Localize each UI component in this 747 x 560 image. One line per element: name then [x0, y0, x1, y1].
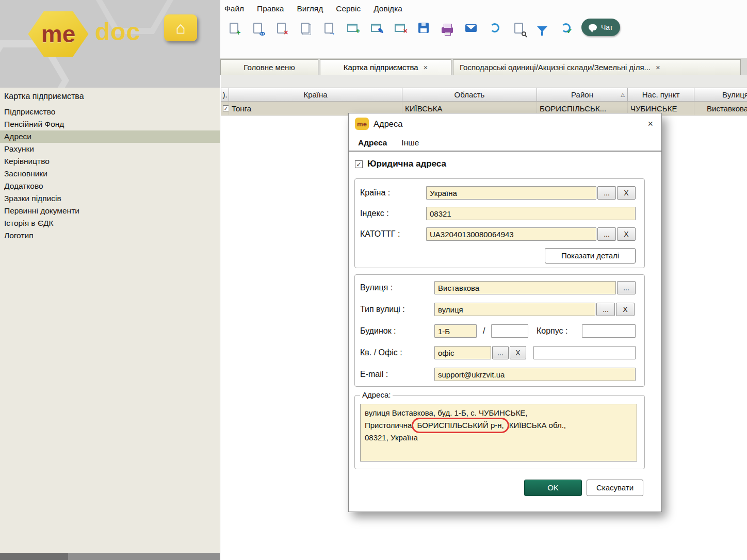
- floppy-glyph: [418, 23, 429, 33]
- filter-icon[interactable]: [533, 19, 551, 37]
- tab-label: Головне меню: [243, 63, 295, 72]
- apartment-number-input[interactable]: [533, 346, 636, 359]
- corpus-input[interactable]: [582, 324, 636, 338]
- legal-address-checkbox-row[interactable]: Юридична адреса: [355, 159, 446, 169]
- sidebar-item-primary-documents[interactable]: Первинні документи: [0, 205, 220, 217]
- sidebar-item-company[interactable]: Підприємство: [0, 106, 220, 118]
- street-label: Вулиця :: [360, 283, 393, 292]
- street-type-label: Тип вулиці :: [360, 305, 405, 314]
- street-browse-button[interactable]: ...: [617, 281, 636, 294]
- sidebar-item-addresses[interactable]: Адреси: [0, 130, 220, 143]
- street-group: Вулиця : ... Тип вулиці : ... X Будинок …: [354, 274, 645, 387]
- address-line2: Пристолична БОРИСПІЛЬСЬКИЙ р-н, КИЇВСЬКА…: [365, 419, 632, 432]
- katottg-input[interactable]: [426, 227, 596, 241]
- menu-edit[interactable]: Правка: [257, 4, 284, 13]
- new-document-icon[interactable]: +: [224, 19, 243, 37]
- katottg-browse-button[interactable]: ...: [597, 227, 616, 241]
- country-group: Країна : ... X Індекс : КАТОТТГ : ... X …: [354, 178, 645, 268]
- show-details-button[interactable]: Показати деталі: [545, 248, 636, 263]
- refresh-glyph: [490, 23, 499, 32]
- add-record-icon[interactable]: +: [343, 19, 362, 37]
- cancel-button[interactable]: Скасувати: [587, 480, 643, 496]
- legal-address-checkbox[interactable]: [355, 160, 363, 168]
- column-number[interactable]: ).: [221, 88, 229, 102]
- edit-record-icon[interactable]: ✎: [367, 19, 385, 37]
- index-label: Індекс :: [360, 209, 389, 218]
- brand-area: me doc: [0, 0, 220, 88]
- sidebar-item-accounts[interactable]: Рахунки: [0, 143, 220, 155]
- row-checkbox[interactable]: [223, 105, 229, 111]
- index-input[interactable]: [426, 207, 636, 220]
- sidebar-item-founders[interactable]: Засновники: [0, 168, 220, 180]
- menu-service[interactable]: Сервіс: [336, 4, 361, 13]
- sidebar-item-signature-samples[interactable]: Зразки підписів: [0, 192, 220, 205]
- sidebar-item-logo[interactable]: Логотип: [0, 229, 220, 242]
- katottg-label: КАТОТТГ :: [360, 229, 400, 239]
- country-clear-button[interactable]: X: [617, 186, 636, 200]
- chat-button[interactable]: Чат: [581, 19, 620, 36]
- home-button[interactable]: [164, 14, 197, 41]
- dialog-tab-address[interactable]: Адреса: [358, 138, 387, 151]
- email-input[interactable]: [434, 368, 636, 381]
- sidebar-bottom-strip-dark: [0, 553, 68, 560]
- sort-indicator-icon[interactable]: △: [621, 92, 625, 97]
- column-settlement[interactable]: Нас. пункт: [628, 88, 694, 102]
- dialog-tabs: Адреса Інше: [349, 134, 661, 152]
- sync-check-icon[interactable]: ✓: [557, 19, 575, 37]
- tab-business-units[interactable]: Господарські одиниці/Акцизні склади/Земе…: [453, 59, 741, 75]
- column-region[interactable]: Область: [402, 88, 537, 102]
- home-icon: [175, 19, 185, 38]
- delete-document-icon[interactable]: ×: [272, 19, 290, 37]
- sidebar-item-edk-history[interactable]: Історія в ЄДК: [0, 217, 220, 229]
- document-glyph: [514, 23, 523, 34]
- menu-view[interactable]: Вигляд: [297, 4, 323, 13]
- apartment-type-input[interactable]: [434, 346, 491, 359]
- street-type-browse-button[interactable]: ...: [596, 303, 615, 316]
- column-country[interactable]: Країна: [229, 88, 402, 102]
- street-type-clear-button[interactable]: X: [616, 303, 635, 316]
- district-highlight-oval: БОРИСПІЛЬСЬКИЙ р-н,: [412, 418, 509, 433]
- sidebar-item-management[interactable]: Керівництво: [0, 155, 220, 168]
- printer-glyph: [442, 27, 453, 33]
- print-icon[interactable]: [438, 19, 457, 37]
- street-input[interactable]: [434, 281, 616, 294]
- country-browse-button[interactable]: ...: [597, 186, 616, 200]
- sidebar-item-additional[interactable]: Додатково: [0, 180, 220, 192]
- exchange-icon[interactable]: [485, 19, 504, 37]
- tab-close-icon[interactable]: ×: [424, 63, 428, 72]
- address-preview-box[interactable]: вулиця Виставкова, буд. 1-Б, с. ЧУБИНСЬК…: [360, 404, 637, 462]
- street-type-input[interactable]: [434, 303, 595, 316]
- apartment-browse-button[interactable]: ...: [492, 346, 509, 359]
- tab-company-card[interactable]: Картка підприємства ×: [320, 59, 451, 75]
- tab-main-menu[interactable]: Головне меню: [220, 59, 318, 75]
- search-document-icon[interactable]: [509, 19, 528, 37]
- menu-help[interactable]: Довідка: [374, 4, 402, 13]
- apartment-clear-button[interactable]: X: [510, 346, 526, 359]
- delete-record-icon[interactable]: ×: [391, 19, 409, 37]
- building-part2-input[interactable]: [491, 324, 528, 338]
- sidebar-item-pension-fund[interactable]: Пенсійний Фонд: [0, 118, 220, 130]
- dialog-tab-other[interactable]: Інше: [401, 138, 419, 151]
- export-document-icon[interactable]: →: [319, 19, 338, 37]
- column-street[interactable]: Вулиця: [694, 88, 747, 102]
- building-input[interactable]: [434, 324, 477, 338]
- ok-button[interactable]: OK: [524, 480, 582, 496]
- email-label: E-mail :: [360, 370, 388, 379]
- check-glyph: ✓: [566, 27, 573, 35]
- row-checkbox-cell[interactable]: [221, 102, 229, 115]
- country-input[interactable]: [426, 186, 596, 200]
- plus-glyph: +: [236, 29, 240, 36]
- cell-street: Виставкова: [694, 102, 747, 115]
- table-header: ). Країна Область Район △ Нас. пункт Вул…: [221, 88, 747, 102]
- menu-file[interactable]: Файл: [224, 4, 244, 13]
- copy-document-icon[interactable]: [296, 19, 314, 37]
- tab-close-icon[interactable]: ×: [656, 63, 660, 72]
- column-district[interactable]: Район △: [537, 88, 628, 102]
- view-document-icon[interactable]: [248, 19, 267, 37]
- katottg-clear-button[interactable]: X: [617, 227, 636, 241]
- mail-receive-icon[interactable]: [462, 19, 480, 37]
- dialog-close-icon[interactable]: ×: [645, 119, 655, 129]
- chat-label: Чат: [601, 23, 613, 31]
- save-icon[interactable]: [414, 19, 433, 37]
- content-header-strip: [221, 75, 747, 88]
